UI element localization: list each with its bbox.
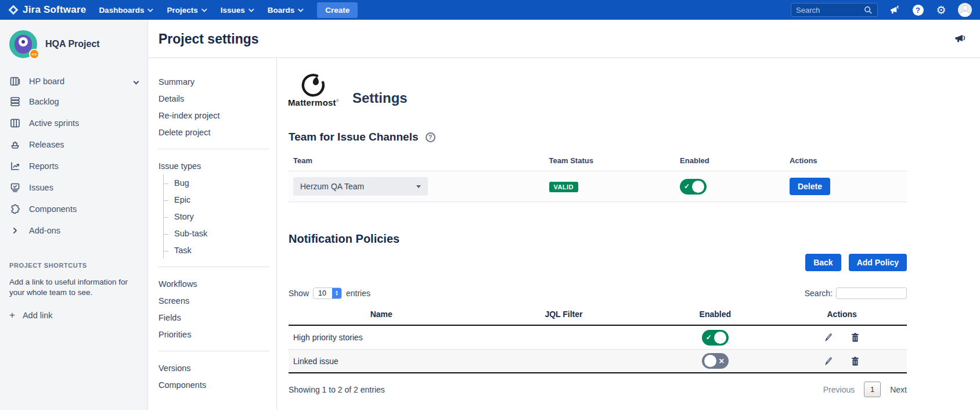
settings-nav-versions[interactable]: Versions bbox=[158, 359, 269, 376]
next-page-button[interactable]: Next bbox=[890, 385, 907, 394]
col-team: Team bbox=[293, 156, 549, 165]
create-button[interactable]: Create bbox=[317, 2, 358, 18]
settings-nav-fields[interactable]: Fields bbox=[158, 309, 269, 326]
chevron-down-icon bbox=[134, 78, 139, 84]
back-button[interactable]: Back bbox=[805, 254, 841, 271]
show-label: Show bbox=[289, 289, 309, 298]
policy-name: High priority stories bbox=[289, 333, 474, 342]
navbar-right: ? ⚙ bbox=[791, 3, 972, 17]
team-delete-button[interactable]: Delete bbox=[790, 178, 830, 195]
policy-row-linked-issue: Linked issue ✕ bbox=[289, 350, 907, 373]
menu-issues[interactable]: Issues bbox=[221, 6, 253, 15]
mattermost-logo-icon bbox=[301, 73, 326, 98]
sidebar-item-active-sprints[interactable]: Active sprints bbox=[7, 112, 140, 134]
col-name[interactable]: Name bbox=[289, 310, 474, 319]
menu-boards[interactable]: Boards bbox=[268, 6, 302, 15]
chevron-down-icon bbox=[147, 6, 153, 12]
megaphone-icon[interactable] bbox=[888, 3, 901, 16]
x-icon: ✕ bbox=[717, 357, 726, 365]
settings-nav-details[interactable]: Details bbox=[158, 90, 276, 107]
settings-nav-subtask[interactable]: Sub-task bbox=[164, 225, 269, 242]
settings-nav-epic[interactable]: Epic bbox=[164, 191, 269, 208]
jira-brand[interactable]: Jira Software bbox=[8, 4, 86, 16]
sidebar-item-issues[interactable]: Issues bbox=[7, 177, 140, 198]
toggle-knob bbox=[714, 332, 726, 344]
settings-nav-task[interactable]: Task bbox=[164, 242, 269, 258]
col-enabled: Enabled bbox=[680, 156, 790, 165]
settings-nav-screens[interactable]: Screens bbox=[158, 292, 269, 309]
policies-actions: Back Add Policy bbox=[289, 254, 907, 271]
team-section-heading: Team for Issue Channels ? bbox=[289, 131, 907, 143]
policy-enabled-toggle[interactable]: ✕ bbox=[702, 353, 729, 369]
board-name: HP board bbox=[29, 77, 64, 86]
col-actions: Actions bbox=[790, 156, 902, 165]
search-label: Search: bbox=[805, 289, 833, 298]
backlog-icon bbox=[9, 96, 21, 107]
check-icon: ✓ bbox=[682, 182, 691, 190]
project-shortcuts-title: PROJECT SHORTCUTS bbox=[9, 262, 138, 269]
main-menu: Dashboards Projects Issues Boards bbox=[99, 6, 302, 15]
team-table: Team Team Status Enabled Actions Herzum … bbox=[289, 152, 907, 202]
help-question-icon[interactable]: ? bbox=[426, 132, 435, 142]
announcement-icon[interactable] bbox=[954, 33, 966, 46]
content-header: Project settings bbox=[148, 20, 980, 58]
team-status-badge: VALID bbox=[549, 182, 578, 192]
sidebar-item-label: Components bbox=[29, 204, 77, 214]
user-avatar[interactable] bbox=[958, 3, 972, 17]
previous-page-button[interactable]: Previous bbox=[823, 385, 855, 394]
search-icon[interactable] bbox=[864, 6, 873, 15]
components-icon bbox=[9, 203, 21, 215]
page-size-control: Show 10 ▲▼ entries bbox=[289, 287, 370, 299]
settings-nav-components[interactable]: Components bbox=[158, 376, 269, 393]
sidebar-item-components[interactable]: Components bbox=[7, 198, 140, 220]
toggle-knob bbox=[704, 355, 716, 367]
col-enabled[interactable]: Enabled bbox=[653, 310, 777, 319]
datatable-controls: Show 10 ▲▼ entries Search: bbox=[289, 287, 907, 299]
settings-nav-story[interactable]: Story bbox=[164, 208, 269, 225]
board-switcher[interactable]: HP board bbox=[9, 75, 138, 87]
settings-nav-workflows[interactable]: Workflows bbox=[158, 275, 269, 292]
settings-nav-issue-types[interactable]: Issue types bbox=[158, 157, 269, 174]
add-link-button[interactable]: + Add link bbox=[9, 310, 138, 321]
issue-types-tree: Bug Epic Story Sub-task Task bbox=[163, 174, 269, 258]
releases-icon bbox=[9, 139, 21, 150]
menu-dashboards[interactable]: Dashboards bbox=[99, 6, 152, 15]
project-name: HQA Project bbox=[45, 39, 100, 49]
col-actions[interactable]: Actions bbox=[777, 310, 907, 319]
policies-heading: Notification Policies bbox=[289, 232, 907, 246]
sidebar-item-addons[interactable]: Add-ons bbox=[7, 220, 140, 241]
add-policy-button[interactable]: Add Policy bbox=[849, 254, 907, 271]
entries-label: entries bbox=[346, 289, 370, 298]
page-size-select[interactable]: 10 ▲▼ bbox=[313, 287, 342, 299]
menu-projects[interactable]: Projects bbox=[167, 6, 205, 15]
edit-policy-icon[interactable] bbox=[823, 356, 834, 366]
col-jql-filter[interactable]: JQL Filter bbox=[474, 310, 654, 319]
settings-gear-icon[interactable]: ⚙ bbox=[935, 3, 947, 16]
pagination: Previous 1 Next bbox=[823, 382, 907, 397]
settings-nav-priorities[interactable]: Priorities bbox=[158, 326, 269, 343]
chevron-right-icon bbox=[9, 225, 21, 236]
policy-enabled-toggle[interactable]: ✓ bbox=[702, 330, 729, 346]
issues-icon bbox=[9, 182, 21, 193]
menu-label: Projects bbox=[167, 6, 197, 15]
sidebar-item-releases[interactable]: Releases bbox=[7, 134, 140, 155]
search-input[interactable] bbox=[796, 6, 864, 15]
dropdown-caret-icon bbox=[416, 185, 421, 188]
global-search[interactable] bbox=[791, 3, 878, 17]
settings-nav-delete-project[interactable]: Delete project bbox=[158, 124, 276, 141]
settings-nav-bug[interactable]: Bug bbox=[164, 174, 269, 191]
settings-nav-summary[interactable]: Summary bbox=[158, 73, 276, 90]
sidebar-item-reports[interactable]: Reports bbox=[7, 155, 140, 177]
delete-policy-icon[interactable] bbox=[850, 332, 860, 343]
current-page-button[interactable]: 1 bbox=[864, 382, 881, 397]
project-header[interactable]: <> HQA Project bbox=[7, 30, 140, 58]
team-enabled-toggle[interactable]: ✓ bbox=[680, 179, 707, 195]
sidebar-item-backlog[interactable]: Backlog bbox=[7, 91, 140, 112]
edit-policy-icon[interactable] bbox=[823, 332, 834, 343]
delete-policy-icon[interactable] bbox=[850, 356, 860, 366]
help-icon[interactable]: ? bbox=[911, 3, 924, 16]
brand-name: Jira Software bbox=[23, 4, 86, 16]
team-select[interactable]: Herzum QA Team bbox=[293, 177, 428, 196]
table-search-input[interactable] bbox=[836, 287, 907, 299]
settings-nav-reindex[interactable]: Re-index project bbox=[158, 107, 276, 124]
